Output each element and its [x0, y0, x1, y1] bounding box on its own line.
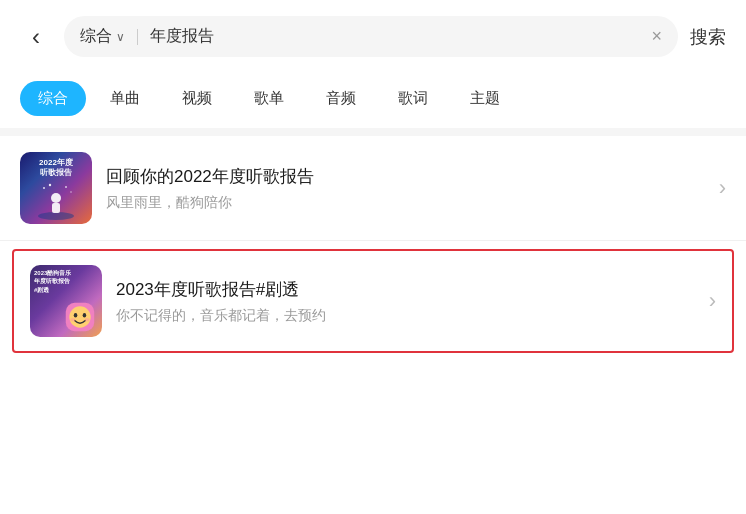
thumb-2022-label: 2022年度听歌报告	[24, 158, 88, 179]
section-divider	[0, 128, 746, 136]
search-category-filter[interactable]: 综合 ∨	[80, 26, 125, 47]
result-item-2022[interactable]: 2022年度听歌报告 回顾你的2022年度听歌报告 风里雨里，酷狗陪	[0, 136, 746, 241]
tab-single[interactable]: 单曲	[92, 81, 158, 116]
svg-point-1	[51, 193, 61, 203]
chevron-right-icon	[719, 179, 726, 199]
result-subtitle-2022: 风里雨里，酷狗陪你	[106, 194, 705, 212]
back-button[interactable]: ‹	[20, 23, 52, 51]
thumb-2023-face-icon	[64, 301, 96, 333]
result-info-2023: 2023年度听歌报告#剧透 你不记得的，音乐都记着，去预约	[116, 278, 695, 325]
tab-theme[interactable]: 主题	[452, 81, 518, 116]
chevron-right-icon-2	[709, 292, 716, 312]
tab-all[interactable]: 综合	[20, 81, 86, 116]
svg-rect-2	[52, 203, 60, 213]
result-item-2023[interactable]: 2023酷狗音乐 年度听歌报告 #剧透	[12, 249, 734, 353]
search-query-text: 年度报告	[150, 26, 643, 47]
result-arrow-2022	[719, 175, 726, 201]
category-label: 综合	[80, 26, 112, 47]
result-thumb-2022: 2022年度听歌报告	[20, 152, 92, 224]
tab-video[interactable]: 视频	[164, 81, 230, 116]
result-list: 2022年度听歌报告 回顾你的2022年度听歌报告 风里雨里，酷狗陪	[0, 136, 746, 353]
svg-point-4	[49, 184, 51, 186]
search-button[interactable]: 搜索	[690, 25, 726, 49]
filter-tabs: 综合 单曲 视频 歌单 音频 歌词 主题	[0, 73, 746, 128]
svg-point-0	[38, 212, 74, 220]
search-bar: 综合 ∨ 年度报告 ×	[64, 16, 678, 57]
svg-point-5	[65, 186, 67, 188]
thumb-2023-label: 2023酷狗音乐 年度听歌报告 #剧透	[34, 269, 71, 294]
result-subtitle-2023: 你不记得的，音乐都记着，去预约	[116, 307, 695, 325]
header: ‹ 综合 ∨ 年度报告 × 搜索	[0, 0, 746, 73]
svg-point-8	[69, 306, 90, 327]
result-info-2022: 回顾你的2022年度听歌报告 风里雨里，酷狗陪你	[106, 165, 705, 212]
svg-point-3	[43, 187, 45, 189]
category-chevron-icon: ∨	[116, 30, 125, 44]
search-clear-button[interactable]: ×	[651, 26, 662, 47]
result-title-2023: 2023年度听歌报告#剧透	[116, 278, 695, 301]
svg-point-12	[84, 318, 89, 322]
result-arrow-2023	[709, 288, 716, 314]
svg-point-10	[83, 313, 87, 317]
tab-lyrics[interactable]: 歌词	[380, 81, 446, 116]
thumb-2022-illustration	[36, 180, 76, 220]
svg-point-6	[70, 191, 72, 193]
result-title-2022: 回顾你的2022年度听歌报告	[106, 165, 705, 188]
svg-point-11	[70, 318, 75, 322]
search-bar-divider	[137, 29, 138, 45]
svg-point-9	[74, 313, 78, 317]
result-thumb-2023: 2023酷狗音乐 年度听歌报告 #剧透	[30, 265, 102, 337]
tab-audio[interactable]: 音频	[308, 81, 374, 116]
tab-playlist[interactable]: 歌单	[236, 81, 302, 116]
